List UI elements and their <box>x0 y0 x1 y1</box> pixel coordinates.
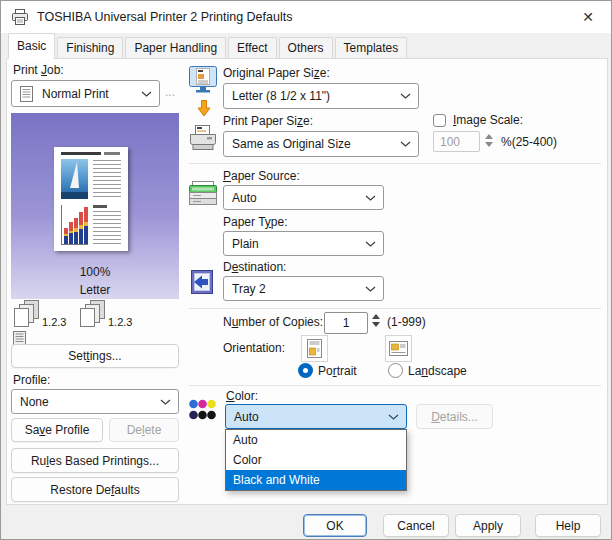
paper-source-value: Auto <box>232 191 257 205</box>
image-scale-input[interactable]: 100 <box>433 131 480 152</box>
group-sequence-label: 1.2.3 <box>108 316 132 328</box>
color-option-auto[interactable]: Auto <box>226 430 406 450</box>
color-value: Auto <box>234 410 259 424</box>
delete-button[interactable]: Delete <box>109 418 179 442</box>
apply-button[interactable]: Apply <box>455 514 521 537</box>
preview-zoom-level: 100% <box>11 265 179 279</box>
color-select[interactable]: Auto <box>225 404 407 429</box>
paper-source-select[interactable]: Auto <box>223 185 384 210</box>
settings-button[interactable]: Settings... <box>11 344 179 368</box>
preview-headline <box>61 152 101 155</box>
copies-input[interactable]: 1 <box>324 312 368 334</box>
spin-down-icon[interactable] <box>485 142 493 147</box>
preview-subhead <box>93 205 107 208</box>
save-profile-button[interactable]: Save Profile <box>11 418 103 442</box>
chevron-down-icon <box>365 241 376 247</box>
preview-text-lines <box>93 160 121 198</box>
portrait-icon <box>301 335 328 362</box>
spin-up-icon[interactable] <box>485 134 493 139</box>
orientation-label: Orientation: <box>223 341 285 355</box>
separator <box>189 308 601 309</box>
copies-value: 1 <box>343 316 350 330</box>
monitor-document-icon <box>188 65 218 95</box>
tab-effect[interactable]: Effect <box>228 37 276 59</box>
image-scale-label: Image Scale: <box>453 113 523 127</box>
collate-pages-icon <box>13 300 40 330</box>
tab-strip: Basic Finishing Paper Handling Effect Ot… <box>1 33 611 59</box>
separator <box>189 163 601 164</box>
help-button[interactable]: Help <box>535 514 601 537</box>
chevron-down-icon <box>160 399 171 405</box>
color-dropdown-list: Auto Color Black and White <box>225 429 407 491</box>
tab-finishing[interactable]: Finishing <box>57 37 123 59</box>
arrow-down-icon <box>197 100 211 117</box>
destination-value: Tray 2 <box>232 282 266 296</box>
portrait-radio[interactable] <box>298 363 313 378</box>
preview-photo <box>61 159 88 199</box>
paper-type-value: Plain <box>232 237 259 251</box>
details-button[interactable]: Details... <box>416 404 493 429</box>
original-paper-size-value: Letter (8 1/2 x 11") <box>232 89 330 103</box>
document-icon <box>20 86 33 102</box>
group-pages-icon <box>79 300 106 330</box>
portrait-radio-label[interactable]: Portrait <box>318 364 357 378</box>
copies-range: (1-999) <box>387 315 426 329</box>
separator <box>189 385 601 386</box>
tab-basic[interactable]: Basic <box>8 33 55 59</box>
spin-up-icon[interactable] <box>372 314 380 319</box>
print-job-label: Print Job: <box>13 63 64 77</box>
color-option-black-and-white[interactable]: Black and White <box>226 470 406 490</box>
preview-page <box>54 147 128 251</box>
landscape-radio-label[interactable]: Landscape <box>408 364 467 378</box>
printer-output-icon <box>188 125 218 152</box>
print-paper-size-value: Same as Original Size <box>232 137 351 151</box>
tab-others[interactable]: Others <box>279 37 333 59</box>
image-scale-checkbox[interactable] <box>433 114 446 127</box>
cancel-button[interactable]: Cancel <box>383 514 449 537</box>
toner-colors-icon <box>188 398 218 422</box>
chevron-down-icon <box>400 93 411 99</box>
close-button[interactable]: ✕ <box>573 5 603 29</box>
print-job-select[interactable]: Normal Print <box>11 80 160 107</box>
paper-source-label: Paper Source: <box>223 169 300 183</box>
profile-select[interactable]: None <box>11 389 179 414</box>
tab-templates[interactable]: Templates <box>335 37 408 59</box>
print-paper-size-label: Print Paper Size: <box>223 114 313 128</box>
image-scale-spinner[interactable] <box>485 134 493 147</box>
chevron-down-icon <box>365 195 376 201</box>
preview-bar-chart <box>61 205 88 245</box>
window-title: TOSHIBA Universal Printer 2 Printing Def… <box>37 10 292 24</box>
close-icon: ✕ <box>582 9 594 25</box>
destination-icon <box>189 269 215 295</box>
printing-defaults-dialog: TOSHIBA Universal Printer 2 Printing Def… <box>0 0 612 540</box>
landscape-radio[interactable] <box>388 363 403 378</box>
print-job-more-button[interactable]: ... <box>165 85 175 99</box>
paper-source-icon <box>187 179 219 209</box>
print-preview: 100% Letter <box>11 113 179 299</box>
spin-down-icon[interactable] <box>372 322 380 327</box>
preview-text-lines-2 <box>93 211 121 245</box>
destination-select[interactable]: Tray 2 <box>223 276 384 301</box>
chevron-down-icon <box>400 141 411 147</box>
image-scale-range: %(25-400) <box>501 135 557 149</box>
original-paper-size-select[interactable]: Letter (8 1/2 x 11") <box>223 83 419 109</box>
paper-type-select[interactable]: Plain <box>223 231 384 256</box>
print-paper-size-select[interactable]: Same as Original Size <box>223 131 419 157</box>
preview-headline-2 <box>104 152 120 155</box>
profile-label: Profile: <box>13 373 50 387</box>
color-label: Color: <box>226 389 258 403</box>
copies-spinner[interactable] <box>372 314 380 327</box>
image-scale-value: 100 <box>440 135 460 149</box>
paper-type-label: Paper Type: <box>223 215 288 229</box>
landscape-icon <box>385 335 412 362</box>
number-of-copies-label: Number of Copies: <box>223 315 323 329</box>
color-option-color[interactable]: Color <box>226 450 406 470</box>
chevron-down-icon <box>365 286 376 292</box>
tab-paper-handling[interactable]: Paper Handling <box>125 37 226 59</box>
restore-defaults-button[interactable]: Restore Defaults <box>11 477 179 502</box>
profile-value: None <box>20 395 49 409</box>
printer-icon <box>11 9 29 25</box>
rules-based-printings-button[interactable]: Rules Based Printings... <box>11 448 179 473</box>
chevron-down-icon <box>388 414 399 420</box>
ok-button[interactable]: OK <box>303 514 367 537</box>
